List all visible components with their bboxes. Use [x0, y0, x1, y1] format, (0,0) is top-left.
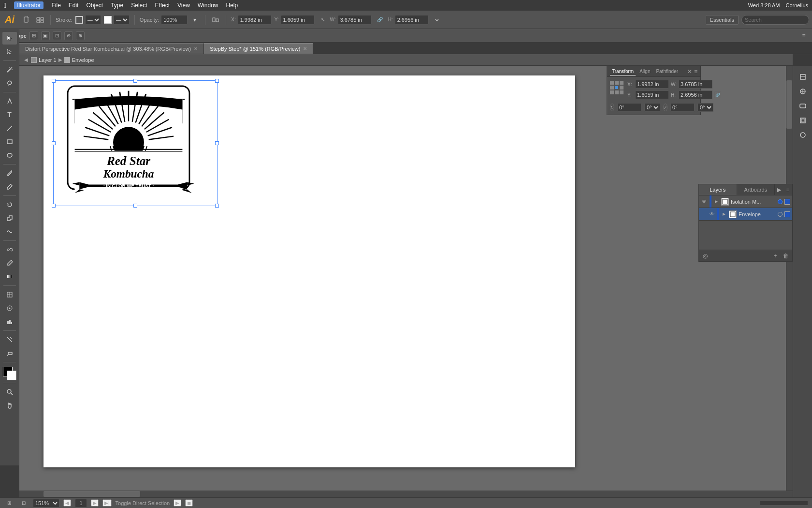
layers-expand-btn[interactable]: ▶ [775, 184, 783, 195]
page-input[interactable] [75, 499, 87, 508]
toggle-btn[interactable]: ▶ [174, 499, 181, 507]
background-color[interactable] [7, 371, 16, 380]
apple-menu[interactable]:  [4, 1, 6, 9]
h-scroll-thumb[interactable] [44, 491, 140, 497]
search-input[interactable] [741, 15, 809, 25]
rotation-select[interactable]: 0° [644, 103, 660, 112]
breadcrumb-envelope[interactable]: Envelope [64, 57, 94, 63]
page-next-btn[interactable]: ▶ [91, 499, 99, 507]
options-icon-4[interactable]: ⊛ [64, 31, 73, 40]
page-prev-btn[interactable]: ◀ [63, 499, 71, 507]
zoom-select[interactable]: 151% [33, 499, 59, 508]
expand-1[interactable]: ▶ [721, 211, 727, 217]
reference-point-grid[interactable] [610, 81, 624, 94]
direct-selection-tool[interactable] [2, 45, 17, 58]
lasso-tool[interactable] [2, 77, 17, 90]
mesh-tool[interactable] [2, 288, 17, 301]
x-coord-input[interactable] [238, 15, 272, 25]
tab-pathfinder[interactable]: Pathfinder [654, 68, 680, 75]
essentials-btn[interactable]: Essentials [706, 15, 739, 25]
blend-tool[interactable] [2, 243, 17, 256]
lock-0[interactable] [784, 199, 790, 205]
menu-effect[interactable]: Effect [155, 2, 170, 9]
new-doc-btn[interactable] [21, 15, 32, 25]
right-btn-2[interactable] [796, 85, 810, 98]
menu-illustrator[interactable]: Illustrator [14, 1, 44, 9]
target-1[interactable] [778, 212, 783, 217]
lock-1[interactable] [784, 211, 790, 217]
breadcrumb-back-btn[interactable]: ◀ [23, 57, 29, 62]
breadcrumb-layer[interactable]: Layer 1 [31, 57, 57, 63]
options-icon-2[interactable]: ▣ [41, 31, 50, 40]
y-coord-input[interactable] [281, 15, 315, 25]
right-btn-4[interactable] [796, 114, 810, 127]
options-right-btn[interactable]: ≡ [798, 30, 809, 41]
line-tool[interactable] [2, 122, 17, 134]
delete-layer-btn[interactable]: 🗑 [782, 252, 790, 260]
menu-view[interactable]: View [177, 2, 190, 9]
status-icon-1[interactable]: ⊞ [4, 498, 14, 508]
shear-select[interactable]: 0° [697, 103, 713, 112]
menu-edit[interactable]: Edit [69, 2, 79, 9]
y-field[interactable] [635, 90, 669, 99]
selection-tool[interactable] [2, 32, 17, 45]
menu-file[interactable]: File [51, 2, 60, 9]
scale-tool[interactable] [2, 212, 17, 224]
stroke-select[interactable]: — [85, 15, 101, 25]
tab-close-0[interactable]: ✕ [194, 46, 198, 51]
menu-object[interactable]: Object [87, 2, 103, 9]
slice-tool[interactable] [2, 333, 17, 346]
tab-transform[interactable]: Transform [610, 68, 636, 75]
chart-tool[interactable] [2, 315, 17, 328]
type-tool[interactable]: T [2, 108, 17, 121]
status-icon-2[interactable]: ⊡ [18, 498, 29, 508]
constrain-btn[interactable]: 🔗 [375, 15, 385, 25]
opacity-input[interactable] [161, 15, 188, 25]
layers-locate-btn[interactable]: ◎ [701, 252, 710, 260]
handle-bl[interactable] [52, 204, 56, 208]
rotation-field[interactable] [617, 103, 641, 112]
w-field[interactable] [679, 80, 712, 89]
bridge-btn[interactable] [35, 15, 45, 25]
handle-tr[interactable] [215, 79, 219, 83]
target-0[interactable] [778, 199, 783, 204]
handle-br[interactable] [215, 204, 219, 208]
options-icon-3[interactable]: ⊡ [53, 31, 61, 40]
hand-tool[interactable] [2, 399, 17, 412]
brush-tool[interactable] [2, 167, 17, 179]
rotate-tool[interactable] [2, 198, 17, 211]
h-scrollbar[interactable] [19, 491, 793, 497]
handle-tm[interactable] [133, 79, 137, 83]
artwork-container[interactable]: Red Star Kombucha · IN GLOB WE TRUST · [53, 80, 218, 206]
options-icon-1[interactable]: ⊞ [29, 31, 38, 40]
options-icon-5[interactable]: ⊕ [76, 31, 85, 40]
menu-select[interactable]: Select [131, 2, 147, 9]
x-field[interactable] [635, 80, 669, 89]
h-field[interactable] [679, 90, 712, 99]
tab-align[interactable]: Align [638, 68, 652, 75]
stroke-swatch[interactable]: — [75, 15, 101, 25]
tab-0[interactable]: Distort Perspective Red Star Kombucha.ai… [19, 43, 204, 54]
transform-expand[interactable]: ≡ [694, 68, 697, 75]
magic-wand-tool[interactable] [2, 63, 17, 76]
coord-menu-btn[interactable] [432, 15, 442, 25]
visibility-1[interactable]: 👁 [709, 211, 715, 218]
h-coord-input[interactable] [395, 15, 429, 25]
opacity-menu-btn[interactable]: ▾ [189, 15, 200, 25]
right-btn-1[interactable] [796, 71, 810, 83]
rect-tool[interactable] [2, 135, 17, 148]
color-box[interactable] [3, 367, 16, 380]
visibility-0[interactable]: 👁 [701, 198, 708, 205]
canvas-area[interactable]: Red Star Kombucha · IN GLOB WE TRUST · [19, 66, 793, 497]
expand-0[interactable]: ▶ [713, 199, 719, 205]
menu-window[interactable]: Window [198, 2, 218, 9]
shear-field[interactable] [670, 103, 695, 112]
menu-help[interactable]: Help [226, 2, 238, 9]
right-btn-3[interactable] [796, 100, 810, 112]
menu-type[interactable]: Type [111, 2, 123, 9]
link-proportions-btn[interactable]: 🔗 [714, 91, 721, 98]
handle-bm[interactable] [133, 204, 137, 208]
w-coord-input[interactable] [338, 15, 372, 25]
stroke-fill-select[interactable]: — [114, 15, 130, 25]
new-layer-btn[interactable]: + [771, 252, 780, 260]
